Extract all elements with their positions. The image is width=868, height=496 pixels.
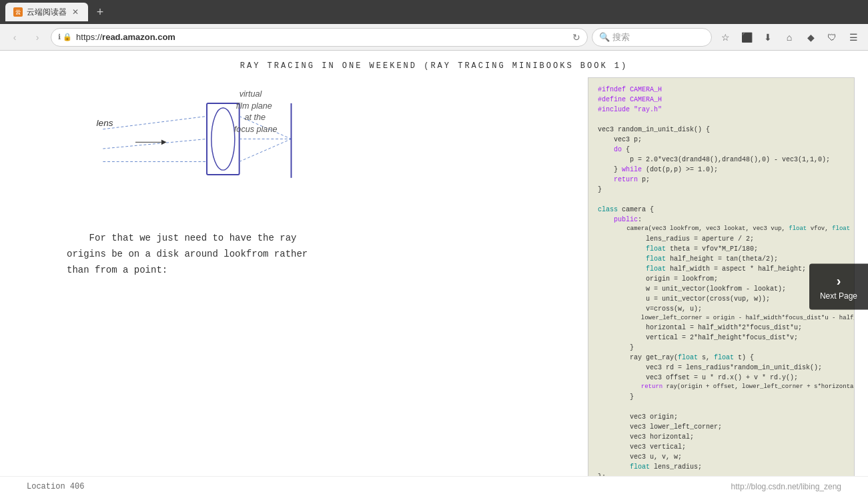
svg-text:focus plane: focus plane — [234, 125, 278, 134]
code-line: camera(vec3 lookfrom, vec3 lookat, vec3 … — [598, 225, 845, 234]
next-page-button[interactable]: › Next Page — [809, 264, 868, 310]
code-line: float lens_radius; — [598, 462, 845, 472]
download-icon[interactable]: ⬇ — [759, 28, 777, 47]
browser-chrome: 云 云端阅读器 ✕ + — [0, 0, 868, 24]
shield-icon[interactable]: 🛡 — [823, 28, 841, 47]
code-line: do { — [598, 145, 845, 155]
code-line: } while (dot(p,p) >= 1.0); — [598, 165, 845, 175]
svg-text:lens: lens — [97, 118, 113, 128]
attribution-label: http://blog.csdn.net/libing_zeng — [731, 482, 841, 491]
url-display: https://read.amazon.com — [76, 32, 568, 42]
code-line: vec3 rd = lens_radius*random_in_unit_dis… — [598, 363, 845, 373]
code-line: vec3 vertical; — [598, 442, 845, 452]
svg-line-2 — [103, 116, 207, 129]
code-line: v=cross(w, u); — [598, 304, 845, 314]
code-line: origin = lookfrom; — [598, 274, 845, 284]
tab-bar: 云 云端阅读器 ✕ + — [5, 3, 109, 21]
security-icon: ℹ 🔒 — [58, 33, 72, 41]
svg-marker-11 — [161, 139, 167, 145]
code-line: vertical = 2*half_height*focus_dist*v; — [598, 333, 845, 343]
code-line: vec3 origin; — [598, 412, 845, 422]
code-line: vec3 p; — [598, 135, 845, 145]
left-panel: lens virtual film plane at the focus pla… — [0, 77, 588, 476]
refresh-button[interactable]: ↻ — [572, 32, 580, 43]
lens-diagram-svg: lens virtual film plane at the focus pla… — [67, 77, 347, 197]
code-line: float theta = vfov*M_PI/180; — [598, 244, 845, 254]
bookmark-icon[interactable]: ☆ — [716, 28, 735, 47]
code-line — [598, 402, 845, 412]
sketch-illustration: lens virtual film plane at the focus pla… — [67, 77, 347, 197]
url-protocol: https:// — [76, 32, 102, 42]
url-domain: read.amazon.com — [102, 32, 175, 42]
svg-line-7 — [240, 139, 292, 161]
code-line: lens_radius = aperture / 2; — [598, 234, 845, 244]
code-line: p = 2.0*vec3(drand48(),drand48(),0) - ve… — [598, 155, 845, 165]
next-page-label: Next Page — [820, 291, 857, 301]
next-page-arrow: › — [837, 273, 841, 289]
active-tab[interactable]: 云 云端阅读器 ✕ — [5, 3, 88, 21]
code-line — [598, 195, 845, 205]
forward-button[interactable]: › — [28, 28, 47, 47]
extensions-icon[interactable]: ⬛ — [737, 28, 756, 47]
code-line: #ifndef CAMERA_H — [598, 85, 845, 95]
svg-text:film plane: film plane — [236, 101, 272, 111]
content-area: lens virtual film plane at the focus pla… — [0, 77, 868, 476]
footer: Location 406 http://blog.csdn.net/libing… — [0, 476, 868, 496]
svg-text:virtual: virtual — [240, 89, 263, 99]
search-placeholder: 搜索 — [612, 31, 630, 43]
toolbar-icons: ☆ ⬛ ⬇ ⌂ ◆ 🛡 ☰ — [716, 28, 863, 47]
code-line: } — [598, 185, 845, 195]
code-line: horizontal = half_width*2*focus_dist*u; — [598, 323, 845, 333]
code-line: u = unit_vector(cross(vup, w)); — [598, 294, 845, 304]
address-bar[interactable]: ℹ 🔒 https://read.amazon.com ↻ — [51, 28, 588, 47]
tab-title: 云端阅读器 — [27, 7, 67, 18]
location-label: Location 406 — [27, 482, 84, 491]
body-line-1: For that we just need to have the ray — [67, 233, 296, 243]
code-line: #include "ray.h" — [598, 105, 845, 115]
tab-close-button[interactable]: ✕ — [71, 7, 80, 17]
search-icon: 🔍 — [599, 32, 610, 42]
code-line: } — [598, 343, 845, 353]
body-line-3: than from a point: — [67, 265, 167, 275]
navigation-bar: ‹ › ℹ 🔒 https://read.amazon.com ↻ 🔍 搜索 ☆… — [0, 24, 868, 51]
svg-point-1 — [211, 108, 235, 170]
code-line: vec3 offset = u * rd.x() + v * rd.y(); — [598, 373, 845, 383]
code-line: float half_width = aspect * half_height; — [598, 264, 845, 274]
code-line: return ray(origin + offset, lower_left_c… — [598, 383, 845, 392]
body-line-2: origins be on a disk around lookfrom rat… — [67, 249, 308, 259]
code-line: lower_left_corner = origin - half_width*… — [598, 314, 845, 323]
code-line: float half_height = tan(theta/2); — [598, 254, 845, 264]
code-line: vec3 u, v, w; — [598, 452, 845, 462]
code-line: class camera { — [598, 205, 845, 215]
tab-favicon: 云 — [13, 7, 23, 17]
book-title: RAY TRACING IN ONE WEEKEND (RAY TRACING … — [0, 51, 868, 77]
page-content: RAY TRACING IN ONE WEEKEND (RAY TRACING … — [0, 51, 868, 496]
code-line: return p; — [598, 175, 845, 185]
code-line: public: — [598, 215, 845, 225]
menu-icon[interactable]: ☰ — [844, 28, 863, 47]
code-line: } — [598, 392, 845, 402]
code-line: vec3 lower_left_corner; — [598, 422, 845, 432]
code-line: vec3 random_in_unit_disk() { — [598, 125, 845, 135]
body-text: For that we just need to have the ray or… — [67, 211, 568, 278]
pocket-icon[interactable]: ◆ — [801, 28, 820, 47]
code-line — [598, 115, 845, 125]
search-bar[interactable]: 🔍 搜索 — [592, 28, 712, 47]
home-icon[interactable]: ⌂ — [780, 28, 799, 47]
back-button[interactable]: ‹ — [5, 28, 24, 47]
code-line: vec3 horizontal; — [598, 432, 845, 442]
svg-line-3 — [103, 139, 207, 149]
code-line: #define CAMERA_H — [598, 95, 845, 105]
svg-text:at the: at the — [244, 113, 266, 122]
code-line: ray get_ray(float s, float t) { — [598, 353, 845, 363]
code-line: w = unit_vector(lookfrom - lookat); — [598, 284, 845, 294]
new-tab-button[interactable]: + — [91, 3, 109, 21]
